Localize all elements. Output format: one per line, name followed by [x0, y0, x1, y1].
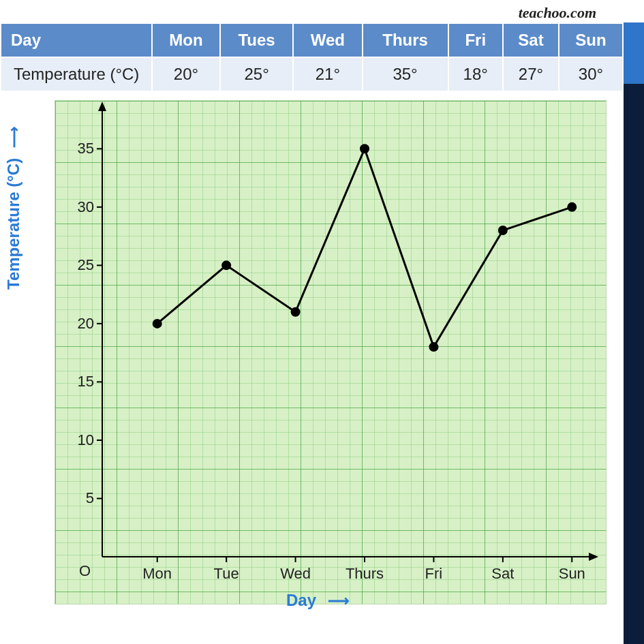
svg-point-20	[291, 307, 301, 317]
y-axis-label-text: Temperature (°C)	[4, 158, 22, 290]
svg-point-21	[360, 144, 369, 153]
cell-fri: 18°	[449, 58, 502, 91]
svg-point-23	[498, 226, 508, 235]
chart-container: Temperature (°C) ⟶ 5101520253035 MonTueW…	[0, 92, 624, 644]
cell-sun: 30°	[559, 58, 622, 91]
chart-plot	[55, 100, 607, 604]
arrow-icon: ⟶	[321, 592, 350, 609]
cell-sat: 27°	[504, 58, 558, 91]
x-tick-label: Mon	[130, 565, 185, 583]
svg-point-22	[429, 342, 438, 352]
cell-mon: 20°	[153, 58, 219, 91]
x-tick-label: Tue	[199, 565, 254, 583]
header-thurs: Thurs	[363, 24, 448, 57]
table-header-row: Day Mon Tues Wed Thurs Fri Sat Sun	[1, 24, 622, 57]
right-side-stripe-accent	[624, 22, 644, 84]
y-tick-label: 20	[67, 315, 94, 333]
y-tick-label: 25	[67, 256, 94, 274]
svg-marker-3	[589, 553, 598, 561]
header-sat: Sat	[504, 24, 558, 57]
origin-label: O	[79, 562, 91, 580]
header-wed: Wed	[294, 24, 361, 57]
data-table: Day Mon Tues Wed Thurs Fri Sat Sun Tempe…	[0, 22, 624, 92]
header-mon: Mon	[153, 24, 219, 57]
x-tick-label: Sat	[476, 565, 530, 583]
x-axis-label-text: Day	[286, 591, 316, 609]
arrow-icon: ⟶	[5, 126, 22, 153]
y-tick-label: 5	[67, 489, 94, 507]
y-tick-label: 15	[67, 373, 94, 390]
svg-point-19	[221, 260, 231, 270]
x-tick-label: Wed	[269, 565, 323, 583]
y-tick-label: 35	[67, 140, 94, 157]
table-data-row: Temperature (°C) 20° 25° 21° 35° 18° 27°…	[1, 58, 622, 91]
header-sun: Sun	[559, 24, 622, 57]
header-fri: Fri	[449, 24, 502, 57]
x-tick-label: Fri	[406, 565, 461, 583]
y-axis-label: Temperature (°C) ⟶	[4, 126, 23, 290]
content-area: Day Mon Tues Wed Thurs Fri Sat Sun Tempe…	[0, 22, 624, 644]
x-tick-label: Sun	[545, 565, 599, 583]
svg-marker-1	[98, 102, 106, 111]
y-tick-label: 10	[67, 431, 94, 449]
x-tick-label: Thurs	[337, 565, 392, 583]
brand-watermark: teachoo.com	[519, 4, 596, 22]
x-axis-label: Day ⟶	[286, 591, 350, 610]
header-day: Day	[1, 24, 151, 57]
cell-thurs: 35°	[363, 58, 448, 91]
cell-wed: 21°	[294, 58, 361, 91]
right-side-stripe	[624, 22, 644, 644]
svg-point-18	[153, 319, 162, 328]
cell-tues: 25°	[221, 58, 292, 91]
y-tick-label: 30	[67, 198, 94, 216]
header-tues: Tues	[221, 24, 292, 57]
row-label: Temperature (°C)	[1, 58, 151, 91]
svg-point-24	[567, 202, 577, 212]
